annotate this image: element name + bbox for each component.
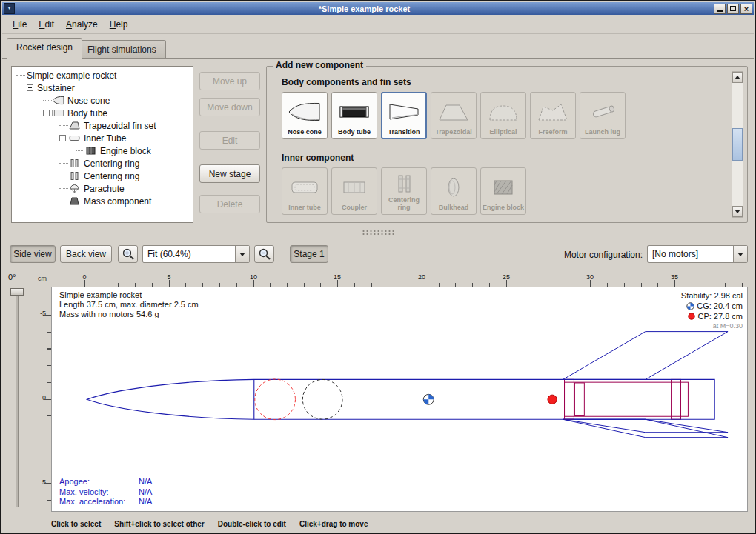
zoom-in-button[interactable] [118, 245, 138, 263]
coupler-icon [337, 170, 371, 204]
splitter-handle[interactable] [362, 230, 396, 236]
add-centering-ring-button: Centering ring [381, 167, 427, 215]
inner-section-label: Inner component [282, 153, 354, 163]
parachute-icon [68, 184, 81, 193]
component-button-label: Body tube [338, 129, 371, 136]
menu-help[interactable]: Help [104, 17, 134, 32]
close-button[interactable]: × [740, 4, 752, 14]
status-bar: Click to select Shift+click to select ot… [2, 515, 754, 532]
chevron-down-icon [737, 253, 743, 256]
add-freeform-fin-button: Freeform [530, 92, 576, 139]
tree-connector [59, 125, 68, 127]
maximize-button[interactable] [727, 4, 739, 14]
rocket-mass: Mass with no motors 54.6 g [59, 310, 199, 319]
tree-item-inner-tube[interactable]: Inner Tube [12, 132, 193, 144]
rotation-value: 0° [8, 273, 16, 281]
hint-double-click: Double-click to edit [218, 520, 286, 528]
group-title: Add new component [273, 60, 366, 70]
horizontal-ruler: 0 5 10 15 20 25 30 35 [51, 273, 748, 287]
add-transition-button[interactable]: Transition [381, 92, 427, 139]
tree-item-label: Mass component [82, 196, 151, 207]
mass-component-outline[interactable] [302, 379, 342, 419]
rocket-canvas[interactable]: Simple example rocket Length 37.5 cm, ma… [51, 287, 748, 512]
tree-item-label: Trapezoidal fin set [82, 121, 156, 131]
body-outline[interactable] [87, 379, 714, 419]
max-acceleration-label: Max. acceleration: [59, 497, 139, 507]
tree-item-fin-set[interactable]: Trapezoidal fin set [12, 119, 193, 132]
elliptical-fin-icon [486, 95, 520, 129]
rocket-diagram[interactable] [52, 287, 747, 511]
stage-1-toggle[interactable]: Stage 1 [290, 245, 328, 263]
zoom-out-button[interactable] [254, 245, 274, 263]
collapse-icon[interactable] [59, 135, 66, 141]
new-stage-button[interactable]: New stage [199, 164, 260, 183]
rotation-slider-handle[interactable] [10, 288, 24, 296]
add-nose-cone-button[interactable]: Nose cone [282, 92, 328, 139]
apogee-value: N/A [139, 477, 152, 486]
collapse-icon[interactable] [27, 84, 33, 91]
title-bar[interactable]: ▾ *Simple example rocket × [2, 2, 754, 15]
menu-file[interactable]: File [7, 17, 33, 32]
fin-outlines[interactable] [563, 332, 729, 438]
tree-connector [59, 201, 68, 202]
add-engine-block-button: Engine block [480, 167, 526, 215]
window-controls: × [714, 4, 752, 14]
vertical-ruler: -5 0 5 [36, 287, 51, 512]
scrollbar-thumb[interactable] [732, 128, 743, 161]
tree-item-centering-ring-2[interactable]: Centering ring [12, 170, 193, 182]
tree-item-engine-block[interactable]: Engine block [12, 144, 193, 157]
tree-item-nose-cone[interactable]: Nose cone [12, 94, 193, 107]
motor-configuration-select[interactable]: [No motors] [647, 245, 748, 263]
apogee-label: Apogee: [59, 477, 139, 487]
menu-analyze[interactable]: Analyze [60, 17, 104, 32]
zoom-select[interactable]: Fit (60.4%) [142, 245, 250, 263]
tree-item-centering-ring-1[interactable]: Centering ring [12, 157, 193, 170]
fin-set-icon [68, 121, 81, 130]
tree-item-rocket[interactable]: Simple example rocket [12, 69, 193, 81]
tree-item-sustainer[interactable]: Sustainer [12, 81, 193, 94]
mach-note: at M=0.30 [713, 322, 743, 330]
tree-item-label: Sustainer [36, 83, 75, 93]
cp-icon [688, 313, 695, 320]
component-button-label: Transition [388, 129, 420, 136]
ruler-major-ticks [84, 280, 748, 287]
tab-flight-simulations[interactable]: Flight simulations [78, 40, 166, 58]
add-component-group: Add new component Body components and fi… [266, 66, 748, 223]
launch-lug-icon [586, 95, 620, 129]
tree-item-parachute[interactable]: Parachute [12, 182, 193, 195]
cp-marker [548, 395, 557, 404]
tab-rocket-design[interactable]: Rocket design [7, 38, 82, 59]
scroll-down-button[interactable] [732, 206, 743, 217]
hint-click-drag: Click+drag to move [299, 520, 368, 528]
component-button-label: Elliptical [489, 129, 517, 136]
scroll-up-button[interactable] [732, 72, 743, 83]
component-button-label: Nose cone [288, 129, 322, 136]
parachute-outline[interactable] [255, 379, 296, 420]
tree-connector [43, 100, 52, 101]
app-icon[interactable]: ▾ [4, 3, 15, 14]
menu-edit[interactable]: Edit [33, 17, 60, 32]
rocket-info: Simple example rocket Length 37.5 cm, ma… [59, 290, 199, 319]
component-button-label: Trapezoidal [435, 129, 472, 136]
tree-item-label: Inner Tube [82, 133, 126, 144]
window-title: *Simple example rocket [15, 4, 714, 13]
back-view-button[interactable]: Back view [60, 245, 112, 263]
tree-item-label: Parachute [82, 184, 125, 194]
minimize-button[interactable] [714, 4, 726, 14]
cg-icon [686, 302, 694, 310]
component-tree[interactable]: Simple example rocket Sustainer Nose con… [11, 66, 193, 223]
inner-tube-icon [68, 133, 81, 143]
inner-tube-icon [288, 170, 322, 204]
side-view-button[interactable]: Side view [10, 245, 56, 263]
add-launch-lug-button: Launch lug [580, 92, 626, 139]
inner-component-outlines[interactable] [565, 379, 689, 419]
component-panel-scrollbar[interactable] [732, 71, 743, 218]
dropdown-arrow-button[interactable] [733, 246, 747, 262]
tree-item-mass-component[interactable]: Mass component [12, 195, 193, 207]
rotation-slider-track[interactable] [16, 291, 19, 507]
add-body-tube-button[interactable]: Body tube [331, 92, 377, 139]
add-inner-tube-button: Inner tube [282, 167, 328, 215]
tree-item-body-tube[interactable]: Body tube [12, 107, 193, 119]
collapse-icon[interactable] [43, 110, 50, 116]
dropdown-arrow-button[interactable] [235, 246, 249, 262]
